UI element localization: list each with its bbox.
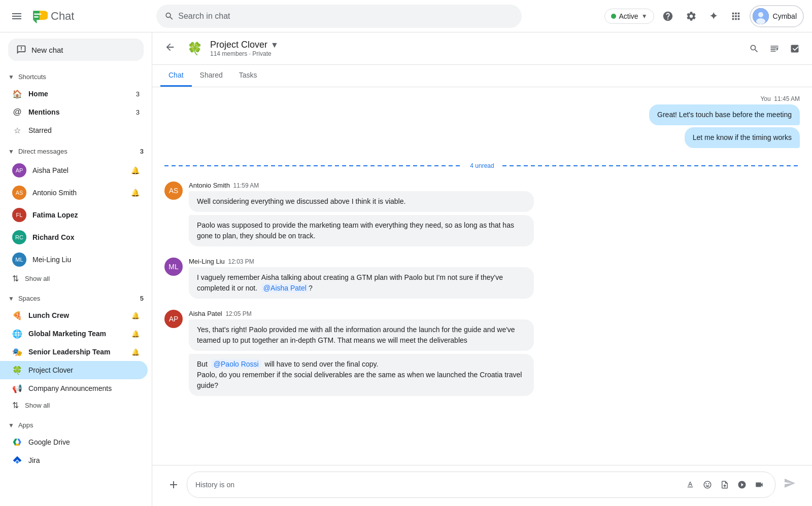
video-call-button[interactable] xyxy=(752,477,767,492)
meiling-content: Mei-Ling Liu 12:03 PM I vaguely remember… xyxy=(189,258,800,302)
input-actions xyxy=(683,477,767,492)
active-status[interactable]: Active ▼ xyxy=(604,9,654,24)
senior-label: Senior Leadership Team xyxy=(28,348,125,356)
search-input-wrap xyxy=(156,5,522,28)
you-time: 11:45 AM xyxy=(774,95,800,102)
sidebar: New chat ▼ Shortcuts 🏠 Home 3 @ Mentions… xyxy=(0,32,152,506)
sidebar-item-starred[interactable]: ☆ Starred xyxy=(0,121,148,139)
room-info: Project Clover ▼ 114 members · Private xyxy=(210,40,739,57)
toggle-panel-button[interactable] xyxy=(765,40,784,58)
room-name-text: Project Clover xyxy=(210,40,267,50)
gemini-button[interactable]: ✦ xyxy=(705,6,722,27)
sidebar-item-home[interactable]: 🏠 Home 3 xyxy=(0,85,148,103)
starred-label: Starred xyxy=(28,126,140,134)
sidebar-item-aisha[interactable]: AP Aisha Patel 🔔 xyxy=(0,159,148,182)
menu-button[interactable] xyxy=(8,8,25,25)
message-in-antonio: AS Antonio Smith 11:59 AM Well consideri… xyxy=(164,182,800,249)
spaces-section: ▼ Spaces 5 🍕 Lunch Crew 🔔 🌐 Global Marke… xyxy=(0,288,152,415)
upload-file-icon xyxy=(720,480,729,489)
aisha-bubble-1: Yes, that's right! Paolo provided me wit… xyxy=(189,319,534,351)
sidebar-item-clover[interactable]: 🍀 Project Clover xyxy=(0,361,148,379)
antonio-bubble-1: Well considering everything we discussed… xyxy=(189,191,534,212)
gemini-icon: ✦ xyxy=(709,10,718,23)
chat-search-button[interactable] xyxy=(745,40,763,58)
sidebar-item-senior[interactable]: 🎭 Senior Leadership Team 🔔 xyxy=(0,343,148,361)
shortcuts-header[interactable]: ▼ Shortcuts xyxy=(0,69,152,85)
add-button[interactable] xyxy=(164,476,183,494)
antonio-name: Antonio Smith xyxy=(189,182,230,189)
home-icon: 🏠 xyxy=(12,89,22,99)
tasks-icon xyxy=(790,44,800,54)
tasks-button[interactable] xyxy=(786,40,804,58)
sidebar-item-fatima[interactable]: FL Fatima Lopez xyxy=(0,204,148,226)
aisha-avatar: AP xyxy=(12,163,26,177)
tab-tasks[interactable]: Tasks xyxy=(231,65,265,87)
mentions-label: Mentions xyxy=(28,108,130,116)
sidebar-item-mentions[interactable]: @ Mentions 3 xyxy=(0,103,148,121)
aisha-meta: Aisha Patel 12:05 PM xyxy=(189,310,800,317)
mention-aisha: @Aisha Patel xyxy=(261,283,309,293)
meiling-meta: Mei-Ling Liu 12:03 PM xyxy=(189,258,800,265)
sidebar-item-gdrive[interactable]: Google Drive xyxy=(0,433,148,451)
unread-line-left xyxy=(164,165,462,166)
format-text-button[interactable] xyxy=(683,477,698,492)
avatar-photo-icon xyxy=(753,8,769,24)
sidebar-item-antonio[interactable]: AS Antonio Smith 🔔 xyxy=(0,182,148,204)
messages-area: You 11:45 AM Great! Let's touch base bef… xyxy=(152,87,812,465)
emoji-button[interactable] xyxy=(700,477,715,492)
help-button[interactable] xyxy=(658,7,678,26)
gdrive-icon xyxy=(12,437,22,447)
you-bubble-2: Let me know if the timing works xyxy=(685,127,800,148)
meiling-label: Mei-Ling Liu xyxy=(32,256,140,264)
aisha-name: Aisha Patel xyxy=(189,310,222,317)
user-name-label: Cymbal xyxy=(773,12,797,20)
dm-label: Direct messages xyxy=(18,148,136,155)
send-button[interactable] xyxy=(780,473,800,496)
sidebar-item-announcements[interactable]: 📢 Company Announcements xyxy=(0,379,148,397)
jira-icon xyxy=(12,455,22,465)
tab-chat[interactable]: Chat xyxy=(160,65,192,87)
topbar-right: Active ▼ ✦ xyxy=(604,5,804,27)
sidebar-item-global[interactable]: 🌐 Global Marketing Team 🔔 xyxy=(0,324,148,343)
dm-show-all[interactable]: ⇅ Show all xyxy=(0,271,152,286)
spaces-show-all[interactable]: ⇅ Show all xyxy=(0,397,152,413)
back-button[interactable] xyxy=(160,38,180,59)
antonio-meta: Antonio Smith 11:59 AM xyxy=(189,182,800,189)
apps-header[interactable]: ▼ Apps xyxy=(0,417,152,433)
share-link-button[interactable] xyxy=(734,477,750,492)
new-chat-icon xyxy=(16,45,26,55)
svg-point-5 xyxy=(756,18,765,24)
new-chat-button[interactable]: New chat xyxy=(8,39,144,61)
shortcuts-chevron-icon: ▼ xyxy=(8,74,14,81)
show-all-dm-icon: ⇅ xyxy=(12,274,19,283)
user-avatar-chip[interactable]: Cymbal xyxy=(750,5,804,27)
message-out-you: You 11:45 AM Great! Let's touch base bef… xyxy=(164,95,800,150)
aisha-bubble-2: But @Paolo Rossi will have to send over … xyxy=(189,354,534,396)
settings-button[interactable] xyxy=(682,7,701,26)
room-icon: 🍀 xyxy=(186,40,204,58)
search-bar xyxy=(156,5,522,28)
dm-chevron-icon: ▼ xyxy=(8,148,14,155)
sidebar-item-jira[interactable]: Jira xyxy=(0,451,148,469)
apps-grid-button[interactable] xyxy=(726,7,746,26)
announcements-icon: 📢 xyxy=(12,383,22,393)
meiling-name: Mei-Ling Liu xyxy=(189,258,225,265)
direct-messages-header[interactable]: ▼ Direct messages 3 xyxy=(0,143,152,159)
help-icon xyxy=(662,11,673,22)
spaces-header[interactable]: ▼ Spaces 5 xyxy=(0,291,152,306)
sidebar-item-richard[interactable]: RC Richard Cox xyxy=(0,226,148,248)
senior-bell-icon: 🔔 xyxy=(131,348,140,356)
antonio-time: 11:59 AM xyxy=(233,182,259,189)
room-name[interactable]: Project Clover ▼ xyxy=(210,40,739,50)
dm-show-all-label: Show all xyxy=(25,275,50,282)
upload-file-button[interactable] xyxy=(717,477,732,492)
app-title: Chat xyxy=(51,10,74,23)
sidebar-item-lunch[interactable]: 🍕 Lunch Crew 🔔 xyxy=(0,306,148,324)
sidebar-item-meiling[interactable]: ML Mei-Ling Liu xyxy=(0,248,148,271)
shortcuts-label: Shortcuts xyxy=(18,73,46,81)
message-input-box[interactable]: History is on xyxy=(187,472,775,498)
search-input[interactable] xyxy=(178,12,514,21)
input-placeholder: History is on xyxy=(195,481,679,489)
tab-shared[interactable]: Shared xyxy=(192,65,231,87)
antonio-content: Antonio Smith 11:59 AM Well considering … xyxy=(189,182,800,249)
